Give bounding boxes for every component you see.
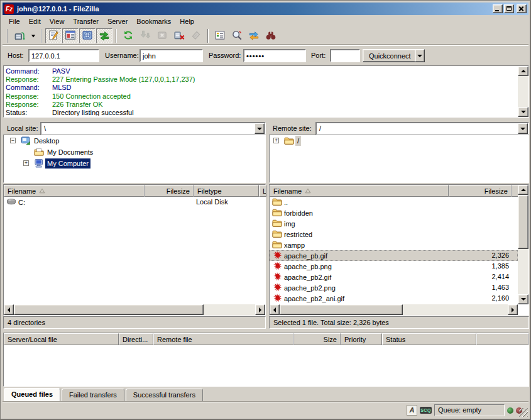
close-button[interactable] bbox=[517, 4, 527, 13]
column-header-size[interactable]: Size bbox=[293, 333, 341, 345]
column-header-priority[interactable]: Priority bbox=[341, 333, 382, 345]
remote-vscroll-track[interactable] bbox=[518, 195, 528, 294]
file-row-blank[interactable]: .. bbox=[270, 197, 518, 207]
local-site-dropdown-button[interactable] bbox=[255, 123, 265, 134]
local-tree-icon bbox=[65, 30, 76, 42]
scroll-up-button[interactable] bbox=[518, 66, 528, 76]
local-hscroll-track[interactable] bbox=[14, 304, 255, 315]
column-header-status[interactable]: Status bbox=[382, 333, 476, 345]
remote-vscroll-thumb[interactable] bbox=[518, 195, 528, 249]
remote-vscrollbar[interactable] bbox=[518, 185, 528, 304]
toggle-transfer-queue-button[interactable] bbox=[96, 28, 112, 43]
column-header-server-local-file[interactable]: Server/Local file bbox=[4, 333, 119, 345]
file-row-forbidden[interactable]: forbidden bbox=[270, 207, 518, 218]
quickconnect-button[interactable]: Quickconnect bbox=[363, 49, 417, 62]
remote-status-text: Selected 1 file. Total size: 2,326 bytes bbox=[273, 319, 389, 326]
toggle-remote-tree-button[interactable] bbox=[79, 28, 96, 43]
synchronized-browsing-button[interactable] bbox=[246, 28, 262, 43]
cell-name: apache_pb2.gif bbox=[270, 272, 449, 282]
menu-transfer[interactable]: Transfer bbox=[68, 16, 103, 26]
find-files-button[interactable] bbox=[263, 28, 279, 43]
menu-server[interactable]: Server bbox=[103, 16, 132, 26]
file-row-apache-pb-gif[interactable]: apache_pb.gif2,326 bbox=[270, 250, 518, 261]
host-label: Host: bbox=[8, 52, 24, 59]
menu-edit[interactable]: Edit bbox=[25, 16, 45, 26]
remote-hscroll-thumb[interactable] bbox=[280, 304, 403, 315]
toggle-local-tree-button[interactable] bbox=[62, 28, 79, 43]
menu-bookmarks[interactable]: Bookmarks bbox=[132, 16, 175, 26]
expand-icon[interactable]: + bbox=[23, 160, 29, 166]
scroll-right-button[interactable] bbox=[255, 304, 265, 315]
column-header-filename[interactable]: Filename bbox=[270, 185, 449, 197]
disconnect-button[interactable] bbox=[171, 28, 187, 43]
file-row-c[interactable]: C:Local Disk bbox=[4, 197, 265, 207]
password-input[interactable] bbox=[243, 49, 306, 62]
resize-grip[interactable] bbox=[519, 408, 528, 417]
scroll-up-button[interactable] bbox=[518, 185, 528, 195]
remote-hscroll-track[interactable] bbox=[280, 304, 508, 315]
column-header-spacer[interactable] bbox=[476, 333, 528, 345]
scroll-right-button[interactable] bbox=[508, 304, 518, 315]
remote-site-dropdown-button[interactable] bbox=[518, 123, 528, 134]
scroll-down-button[interactable] bbox=[518, 107, 528, 117]
file-row-apache-pb2-png[interactable]: apache_pb2.png1,463 bbox=[270, 282, 518, 293]
column-header-directi[interactable]: Directi... bbox=[119, 333, 153, 345]
file-row-apache-pb-png[interactable]: apache_pb.png1,385 bbox=[270, 261, 518, 272]
tab-failed-transfers[interactable]: Failed transfers bbox=[62, 389, 124, 401]
column-header-filesize[interactable]: Filesize bbox=[449, 185, 512, 197]
menu-file[interactable]: File bbox=[4, 16, 25, 26]
quickconnect-dropdown-button[interactable] bbox=[415, 49, 425, 62]
local-site-combo[interactable]: \ bbox=[40, 122, 266, 135]
column-header-filesize[interactable]: Filesize bbox=[145, 185, 194, 197]
minimize-button[interactable] bbox=[493, 4, 503, 13]
tree-item-my-computer[interactable]: +My Computer bbox=[4, 158, 265, 169]
log-vscrollbar[interactable] bbox=[518, 66, 528, 117]
cell-filesize bbox=[145, 197, 194, 207]
directory-comparison-button[interactable] bbox=[229, 28, 245, 43]
scroll-left-button[interactable] bbox=[4, 304, 14, 315]
remote-site-bar: Remote site: / bbox=[269, 122, 529, 135]
menu-help[interactable]: Help bbox=[175, 16, 199, 26]
username-input[interactable] bbox=[140, 49, 203, 62]
local-hscroll-thumb[interactable] bbox=[14, 304, 204, 315]
file-row-img[interactable]: img bbox=[270, 218, 518, 229]
tab-successful-transfers[interactable]: Successful transfers bbox=[126, 389, 203, 401]
refresh-button[interactable] bbox=[120, 28, 136, 43]
column-header-remote-file[interactable]: Remote file bbox=[153, 333, 293, 345]
tab-queued-files[interactable]: Queued files bbox=[4, 388, 60, 401]
expand-icon[interactable]: + bbox=[273, 138, 279, 143]
scroll-left-button[interactable] bbox=[270, 304, 280, 315]
message-log-icon bbox=[48, 30, 59, 42]
port-input[interactable] bbox=[330, 49, 360, 62]
reconnect-button[interactable] bbox=[188, 28, 204, 43]
scroll-down-button[interactable] bbox=[518, 294, 528, 304]
site-manager-button[interactable] bbox=[11, 28, 28, 43]
host-input[interactable] bbox=[28, 49, 99, 62]
log-scroll-track[interactable] bbox=[518, 76, 528, 107]
maximize-button[interactable] bbox=[504, 4, 514, 13]
tree-item-desktop[interactable]: −Desktop bbox=[4, 135, 265, 146]
file-row-apache-pb2-gif[interactable]: apache_pb2.gif2,414 bbox=[270, 272, 518, 282]
column-header-filetype[interactable]: Filetype bbox=[194, 185, 259, 197]
transfer-queue-list[interactable] bbox=[4, 345, 528, 386]
file-row-restricted[interactable]: restricted bbox=[270, 229, 518, 240]
file-row-apache-pb2-ani-gif[interactable]: apache_pb2_ani.gif2,160 bbox=[270, 293, 518, 304]
site-manager-dropdown-button[interactable] bbox=[28, 28, 38, 43]
cell-filesize bbox=[449, 240, 512, 250]
toggle-message-log-button[interactable] bbox=[45, 28, 62, 43]
column-header-l[interactable]: L bbox=[259, 185, 266, 197]
collapse-icon[interactable]: − bbox=[10, 138, 16, 143]
cancel-operation-button[interactable] bbox=[154, 28, 170, 43]
remote-hscrollbar[interactable] bbox=[270, 304, 518, 315]
tree-item-blank[interactable]: +/ bbox=[270, 135, 528, 146]
tree-item-my-documents[interactable]: My Documents bbox=[4, 146, 265, 158]
remote-site-combo[interactable]: / bbox=[315, 122, 529, 135]
directory-listing-filters-button[interactable] bbox=[212, 28, 228, 43]
cell-name: apache_pb2_ani.gif bbox=[270, 293, 449, 304]
local-hscrollbar[interactable] bbox=[4, 304, 265, 315]
title-bar[interactable]: Fz john@127.0.0.1 - FileZilla bbox=[3, 3, 528, 15]
column-header-filename[interactable]: Filename bbox=[4, 185, 145, 197]
process-queue-button[interactable] bbox=[137, 28, 153, 43]
menu-view[interactable]: View bbox=[45, 16, 69, 26]
file-row-xampp[interactable]: xampp bbox=[270, 240, 518, 250]
